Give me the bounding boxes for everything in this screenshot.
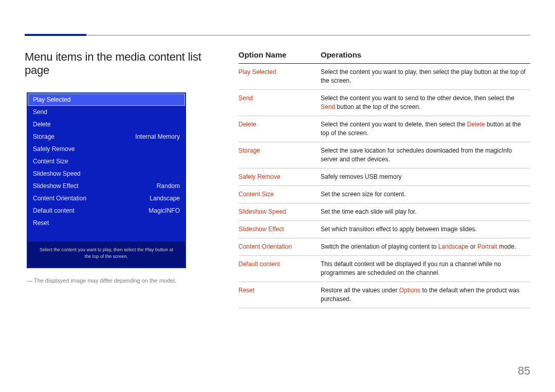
table-row: Content OrientationSwitch the orientatio…	[238, 238, 530, 256]
table-row: SendSelect the content you want to send …	[238, 90, 530, 116]
operations-text: mode.	[497, 243, 516, 250]
operations-cell: This default content will be displayed i…	[321, 260, 530, 277]
table-head-option-name: Option Name	[238, 50, 321, 59]
operations-text: Switch the orientation of playing conten…	[321, 243, 438, 250]
table-row: Safely RemoveSafely removes USB memory	[238, 169, 530, 186]
operations-text: Select the content you want to send to t…	[321, 95, 514, 102]
menu-row-value: Internal Memory	[135, 133, 180, 140]
menu-row-label: Content Size	[33, 158, 68, 165]
operations-cell: Set the time each slide will play for.	[321, 208, 530, 216]
menu-row[interactable]: Safely Remove	[28, 143, 185, 155]
top-rule	[25, 35, 530, 35]
menu-row[interactable]: Content Size	[28, 155, 185, 167]
option-name-cell: Delete	[238, 120, 321, 138]
operations-text: button at the top of the screen.	[335, 103, 420, 110]
menu-footnote: ― The displayed image may differ dependi…	[27, 277, 220, 284]
operations-cell: Select the content you want to play, the…	[321, 68, 530, 85]
section-heading: Menu items in the media content list pag…	[25, 50, 220, 77]
page: Menu items in the media content list pag…	[0, 0, 555, 392]
columns: Menu items in the media content list pag…	[25, 50, 530, 308]
highlight-text: Delete	[467, 121, 485, 128]
top-accent	[25, 34, 86, 36]
option-name-cell: Slideshow Speed	[238, 208, 321, 216]
operations-text: Set the time each slide will play for.	[321, 208, 417, 215]
menu-row[interactable]: Play Selected	[28, 94, 185, 106]
operations-text: Set which transition effect to apply bet…	[321, 226, 477, 233]
option-name-cell: Default content	[238, 260, 321, 277]
menu-row-label: Slideshow Effect	[33, 182, 79, 190]
menu-row-label: Safely Remove	[33, 145, 75, 153]
menu-row-value: MagicINFO	[149, 207, 180, 214]
table-row: Content SizeSet the screen size for cont…	[238, 186, 530, 203]
operations-text: Select the content you want to delete, t…	[321, 121, 467, 128]
option-name-cell: Content Size	[238, 190, 321, 199]
menu-row-value: Landscape	[150, 195, 180, 202]
menu-row[interactable]: Content OrientationLandscape	[28, 192, 185, 204]
table-row: DeleteSelect the content you want to del…	[238, 116, 530, 142]
table-row: StorageSelect the save location for sche…	[238, 142, 530, 169]
menu-row[interactable]: StorageInternal Memory	[28, 130, 185, 143]
highlight-text: Portrait	[477, 243, 497, 250]
menu-row[interactable]: Slideshow Speed	[28, 167, 185, 180]
table-row: ResetRestore all the values under Option…	[238, 282, 530, 308]
option-name-cell: Slideshow Effect	[238, 225, 321, 234]
option-name-cell: Reset	[238, 286, 321, 304]
menu-row-label: Delete	[33, 121, 51, 128]
menu-row[interactable]: Default contentMagicINFO	[28, 204, 185, 217]
operations-cell: Switch the orientation of playing conten…	[321, 242, 530, 251]
menu-help-text: Select the content you want to play, the…	[28, 241, 185, 267]
operations-cell: Restore all the values under Options to …	[321, 286, 530, 304]
menu-row[interactable]: Reset	[28, 217, 185, 229]
menu-panel: Play SelectedSendDeleteStorageInternal M…	[27, 92, 186, 268]
highlight-text: Send	[321, 103, 335, 110]
operations-cell: Set the screen size for content.	[321, 190, 530, 199]
option-name-cell: Content Orientation	[238, 242, 321, 251]
menu-row-label: Storage	[33, 133, 54, 140]
menu-row[interactable]: Send	[28, 106, 185, 118]
page-number: 85	[518, 364, 530, 378]
option-name-cell: Storage	[238, 146, 321, 164]
menu-row-label: Slideshow Speed	[33, 170, 81, 177]
highlight-text: Landscape	[438, 243, 469, 250]
right-column: Option Name Operations Play SelectedSele…	[238, 50, 530, 308]
operations-text: Select the save location for schedules d…	[321, 147, 512, 163]
operations-text: Restore all the values under	[321, 287, 399, 294]
table-row: Slideshow SpeedSet the time each slide w…	[238, 203, 530, 221]
table-body: Play SelectedSelect the content you want…	[238, 64, 530, 308]
operations-cell: Set which transition effect to apply bet…	[321, 225, 530, 234]
menu-row[interactable]: Slideshow EffectRandom	[28, 180, 185, 192]
operations-cell: Select the save location for schedules d…	[321, 146, 530, 164]
menu-row-label: Send	[33, 108, 47, 116]
option-name-cell: Safely Remove	[238, 173, 321, 181]
operations-text: This default content will be displayed i…	[321, 260, 501, 276]
option-name-cell: Send	[238, 94, 321, 111]
operations-text: Safely removes USB memory	[321, 173, 401, 180]
table-row: Play SelectedSelect the content you want…	[238, 64, 530, 90]
operations-cell: Select the content you want to delete, t…	[321, 120, 530, 138]
menu-row-value: Random	[157, 182, 180, 190]
menu-row[interactable]: Delete	[28, 118, 185, 130]
operations-text: Select the content you want to play, the…	[321, 68, 526, 84]
menu-row-label: Reset	[33, 219, 49, 227]
table-head-operations: Operations	[321, 50, 530, 59]
table-row: Slideshow EffectSet which transition eff…	[238, 221, 530, 238]
menu-row-label: Content Orientation	[33, 195, 86, 202]
operations-cell: Safely removes USB memory	[321, 173, 530, 181]
left-column: Menu items in the media content list pag…	[25, 50, 220, 308]
menu-list: Play SelectedSendDeleteStorageInternal M…	[28, 94, 185, 229]
highlight-text: Options	[399, 287, 420, 294]
table-head: Option Name Operations	[238, 50, 530, 64]
option-name-cell: Play Selected	[238, 68, 321, 85]
menu-row-label: Default content	[33, 207, 75, 214]
operations-text: Set the screen size for content.	[321, 191, 405, 198]
operations-text: or	[469, 243, 477, 250]
menu-row-label: Play Selected	[33, 96, 70, 103]
operations-cell: Select the content you want to send to t…	[321, 94, 530, 111]
table-row: Default contentThis default content will…	[238, 256, 530, 282]
